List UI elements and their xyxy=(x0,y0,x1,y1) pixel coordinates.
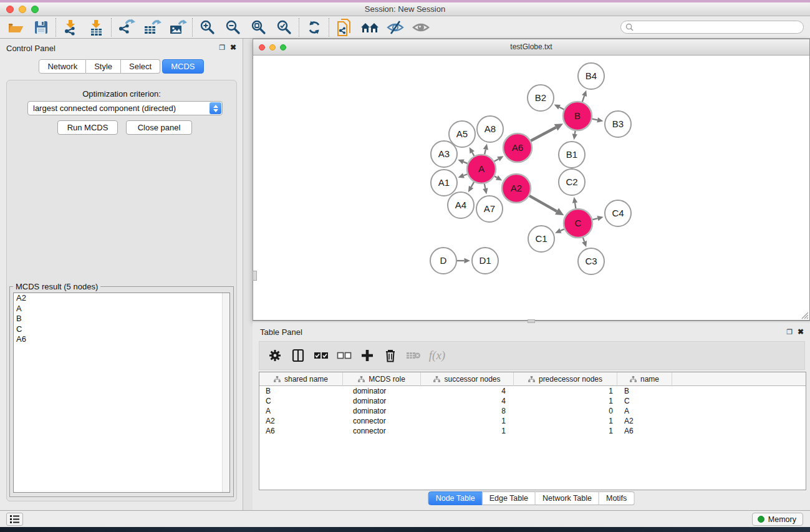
graph-edge-C-C3[interactable] xyxy=(583,238,584,242)
table-cell[interactable]: B xyxy=(617,386,672,396)
table-cell[interactable] xyxy=(672,386,804,396)
graph-edge-B-B1[interactable] xyxy=(575,131,576,134)
graph-edge-A-A3[interactable] xyxy=(463,162,468,163)
close-table-panel-icon[interactable]: ✖ xyxy=(798,327,804,336)
graph-edge-A2-C[interactable] xyxy=(529,196,557,211)
delete-columns-button[interactable] xyxy=(381,346,400,365)
import-network-button[interactable] xyxy=(58,17,84,37)
search-input[interactable] xyxy=(636,22,803,32)
select-all-rows-button[interactable] xyxy=(312,346,330,365)
create-column-button[interactable] xyxy=(358,346,377,365)
table-cell[interactable]: dominator xyxy=(343,396,421,406)
graph-edge-C-C4[interactable] xyxy=(592,218,597,220)
table-cell[interactable]: 1 xyxy=(421,416,514,426)
graph-edge-A-A7[interactable] xyxy=(485,184,486,189)
memory-button[interactable]: Memory xyxy=(752,513,803,526)
table-cell[interactable]: connector xyxy=(343,426,421,436)
table-mode-gear-button[interactable] xyxy=(266,346,284,365)
network-window-titlebar[interactable]: testGlobe.txt xyxy=(253,39,809,56)
table-cell[interactable] xyxy=(672,406,804,416)
save-session-button[interactable] xyxy=(28,17,54,37)
column-header-successor-nodes[interactable]: successor nodes xyxy=(421,372,514,386)
home-view-button[interactable] xyxy=(357,17,382,37)
network-close-button[interactable] xyxy=(259,44,265,51)
network-minimize-button[interactable] xyxy=(269,44,276,51)
close-panel-icon[interactable]: ✖ xyxy=(230,43,236,52)
graph-edge-A-A2[interactable] xyxy=(494,177,497,178)
dropdown-stepper-icon[interactable] xyxy=(210,102,221,114)
mcds-result-item[interactable]: A2 xyxy=(14,293,229,304)
network-canvas[interactable]: B4B2BB3A5A8A6A3B1AA1C2A2A4A7C4CC1C3DD1 xyxy=(253,56,809,320)
table-cell[interactable]: A6 xyxy=(617,426,672,436)
run-mcds-button[interactable]: Run MCDS xyxy=(57,120,118,135)
table-cell[interactable]: dominator xyxy=(343,386,421,396)
mcds-result-item[interactable]: A6 xyxy=(14,334,229,345)
splitter-handle[interactable] xyxy=(253,271,257,281)
table-row[interactable]: Cdominator41C xyxy=(259,396,806,406)
column-header-name[interactable]: name xyxy=(617,372,672,386)
mcds-result-item[interactable]: A xyxy=(14,304,229,314)
graph-edge-A-A1[interactable] xyxy=(463,174,467,175)
zoom-fit-content-button[interactable] xyxy=(246,17,271,37)
hide-graphics-details-button[interactable] xyxy=(382,17,408,37)
table-cell[interactable]: dominator xyxy=(343,406,421,416)
show-log-button[interactable] xyxy=(6,513,23,526)
zoom-in-button[interactable] xyxy=(195,17,220,37)
graph-edge-A-A8[interactable] xyxy=(485,150,486,155)
tab-edge-table[interactable]: Edge Table xyxy=(483,491,536,505)
zoom-out-button[interactable] xyxy=(220,17,246,37)
graph-edge-A-A4[interactable] xyxy=(471,182,475,187)
graph-edge-A-A5[interactable] xyxy=(472,152,474,156)
table-cell[interactable] xyxy=(672,396,804,406)
table-cell[interactable]: 0 xyxy=(514,406,617,416)
table-cell[interactable] xyxy=(672,416,804,426)
network-maximize-button[interactable] xyxy=(280,44,286,51)
tab-mcds[interactable]: MCDS xyxy=(162,59,203,74)
graph-edge-B-B3[interactable] xyxy=(592,119,598,120)
tab-node-table[interactable]: Node Table xyxy=(428,491,483,505)
table-cell[interactable]: 1 xyxy=(514,386,617,396)
deselect-all-rows-button[interactable] xyxy=(335,346,354,365)
zoom-selected-region-button[interactable] xyxy=(271,17,297,37)
table-cell[interactable]: connector xyxy=(343,416,421,426)
tab-select[interactable]: Select xyxy=(121,59,160,74)
show-graphics-details-button[interactable] xyxy=(408,17,433,37)
close-panel-button[interactable]: Close panel xyxy=(126,120,192,135)
graph-edge-C-C2[interactable] xyxy=(575,203,576,208)
table-cell[interactable]: 1 xyxy=(514,416,617,426)
export-network-button[interactable] xyxy=(113,17,139,37)
import-table-button[interactable] xyxy=(84,17,109,37)
table-cell[interactable]: A2 xyxy=(259,416,343,426)
table-cell[interactable]: 8 xyxy=(421,406,514,416)
graph-edge-A6-B[interactable] xyxy=(531,127,556,140)
table-cell[interactable]: 1 xyxy=(514,396,617,406)
column-header-predecessor-nodes[interactable]: predecessor nodes xyxy=(514,372,617,386)
minimize-window-button[interactable] xyxy=(19,6,26,13)
column-header-shared-name[interactable]: shared name xyxy=(259,372,343,386)
table-cell[interactable]: 4 xyxy=(421,396,514,406)
show-columns-button[interactable] xyxy=(289,346,307,365)
graph-edge-B-B2[interactable] xyxy=(559,107,564,110)
mcds-result-item[interactable]: B xyxy=(14,314,229,324)
table-cell[interactable]: 1 xyxy=(514,426,617,436)
graph-edge-C-C1[interactable] xyxy=(561,229,564,231)
export-image-button[interactable] xyxy=(165,17,190,37)
tab-style[interactable]: Style xyxy=(86,59,121,74)
float-panel-icon[interactable]: ❐ xyxy=(219,44,225,52)
float-table-panel-icon[interactable]: ❐ xyxy=(786,328,793,336)
column-header-MCDS-role[interactable]: MCDS role xyxy=(343,372,421,386)
close-window-button[interactable] xyxy=(6,6,14,13)
table-cell[interactable]: 1 xyxy=(421,426,514,436)
optimization-criterion-dropdown[interactable]: largest connected component (directed) xyxy=(27,101,223,115)
node-table[interactable]: shared nameMCDS rolesuccessor nodesprede… xyxy=(259,372,806,490)
table-cell[interactable]: 4 xyxy=(421,386,514,396)
table-row[interactable]: Adominator80A xyxy=(259,406,806,416)
table-cell[interactable]: A2 xyxy=(617,416,672,426)
tab-network-table[interactable]: Network Table xyxy=(536,491,599,505)
tab-network[interactable]: Network xyxy=(39,59,86,74)
share-document-button[interactable] xyxy=(331,17,357,37)
resize-grip-icon[interactable] xyxy=(800,311,809,319)
table-cell[interactable] xyxy=(672,426,804,436)
table-cell[interactable]: A6 xyxy=(259,426,343,436)
table-row[interactable]: A6connector11A6 xyxy=(259,426,806,436)
